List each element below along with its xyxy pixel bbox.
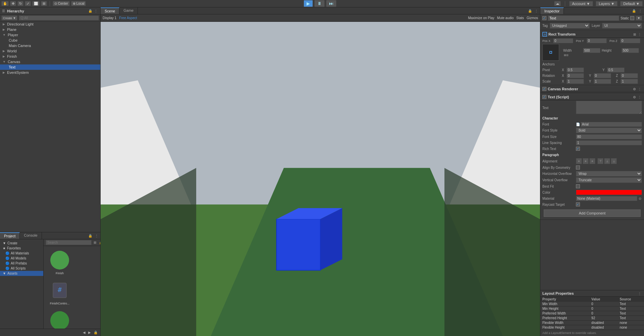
all-prefabs-item[interactable]: 🔵 All Prefabs xyxy=(0,261,43,266)
best-fit-checkbox[interactable] xyxy=(576,184,580,188)
hierarchy-lock-btn[interactable]: 🔒 xyxy=(88,9,93,13)
ts-settings-btn[interactable]: ⚙ xyxy=(632,95,637,99)
default-dropdown[interactable]: Default ▼ xyxy=(620,1,643,6)
assets-item[interactable]: ▼ Assets xyxy=(0,271,43,276)
cr-settings-btn[interactable]: ⚙ xyxy=(632,87,637,91)
assets-lock-btn[interactable]: 🔒 xyxy=(98,241,100,244)
transform-tool-btn[interactable]: ⊞ xyxy=(41,1,47,6)
align-geometry-checkbox[interactable] xyxy=(576,165,580,170)
maximize-play-label[interactable]: Maximize on Play xyxy=(468,16,494,20)
scene-view[interactable] xyxy=(101,22,540,336)
hierarchy-item[interactable]: ▼Player xyxy=(0,32,100,38)
cloud-btn[interactable]: ☁ xyxy=(554,1,561,6)
game-tab[interactable]: Game xyxy=(119,7,138,14)
font-style-select[interactable]: Bold xyxy=(576,128,642,133)
scene-tab[interactable]: Scene xyxy=(101,7,119,14)
project-menu-btn[interactable]: ⋮ xyxy=(94,234,99,238)
stats-label[interactable]: Stats xyxy=(516,16,524,20)
vert-overflow-select[interactable]: Truncate xyxy=(576,177,642,183)
layout-properties-header[interactable]: Layout Properties ⋮ xyxy=(540,290,644,297)
align-top-btn[interactable]: ⊤ xyxy=(597,158,603,164)
project-lock-btn[interactable]: 🔒 xyxy=(88,234,93,238)
hierarchy-search-input[interactable] xyxy=(19,15,99,20)
align-center-v-btn[interactable]: ⊥ xyxy=(604,158,610,164)
hierarchy-item[interactable]: Text xyxy=(0,64,100,70)
pos-y-input[interactable] xyxy=(587,38,607,43)
hierarchy-item[interactable]: ▶World xyxy=(0,48,100,54)
scale-x-input[interactable] xyxy=(567,79,584,84)
canvas-renderer-checkbox[interactable] xyxy=(542,87,546,91)
hand-tool-btn[interactable]: ✋ xyxy=(1,1,9,6)
line-spacing-input[interactable] xyxy=(576,140,642,145)
pivot-btn[interactable]: ⊙ Center xyxy=(53,1,70,6)
object-active-checkbox[interactable] xyxy=(542,16,546,20)
inspector-tab[interactable]: Inspector xyxy=(540,7,564,14)
hierarchy-menu-btn[interactable]: ⋮ xyxy=(94,9,98,13)
scene-menu-btn[interactable]: ⋮ xyxy=(534,9,539,13)
pivot-y-input[interactable] xyxy=(607,67,625,73)
assets-view-btn[interactable]: ⊞ xyxy=(93,241,97,244)
create-btn[interactable]: ▼ Create xyxy=(0,241,43,246)
ts-menu-btn[interactable]: ⋮ xyxy=(637,95,642,99)
assets-search-input[interactable] xyxy=(46,240,92,245)
align-right-btn[interactable]: ≡ xyxy=(589,158,595,164)
pos-x-input[interactable] xyxy=(553,38,573,43)
rich-text-checkbox[interactable] xyxy=(576,147,580,151)
free-aspect-label[interactable]: Free Aspect xyxy=(119,16,137,20)
material-pick-btn[interactable]: ⊙ xyxy=(638,197,642,200)
prev-btn[interactable]: ◀ xyxy=(82,331,86,334)
horiz-overflow-select[interactable]: Wrap xyxy=(576,171,642,177)
all-scripts-item[interactable]: 🔵 All Scripts xyxy=(0,266,43,271)
text-script-checkbox[interactable] xyxy=(542,95,546,99)
hierarchy-item[interactable]: ▶Directional Light xyxy=(0,21,100,27)
rt-constrain-btn[interactable]: ⊞ xyxy=(633,33,637,36)
mute-audio-label[interactable]: Mute audio xyxy=(497,16,514,20)
inspector-menu-btn[interactable]: ⋮ xyxy=(638,9,643,13)
anchor-preset-widget[interactable] xyxy=(542,44,559,61)
all-materials-item[interactable]: 🔵 All Materials xyxy=(0,251,43,256)
all-models-item[interactable]: 🔵 All Models xyxy=(0,256,43,261)
color-swatch[interactable] xyxy=(576,190,642,195)
rect-transform-header[interactable]: ⊞ Rect Transform ⊞ ⋮ xyxy=(540,31,644,38)
rotate-tool-btn[interactable]: ↻ xyxy=(17,1,23,6)
scene-lock-btn[interactable]: 🔒 xyxy=(527,9,533,13)
layers-dropdown[interactable]: Layers ▼ xyxy=(596,1,618,6)
cr-menu-btn[interactable]: ⋮ xyxy=(637,87,642,91)
scale-z-input[interactable] xyxy=(621,79,638,84)
font-input[interactable] xyxy=(581,122,642,127)
next-btn[interactable]: ▶ xyxy=(88,331,92,334)
raycast-checkbox[interactable] xyxy=(576,202,580,206)
align-left-btn[interactable]: ≡ xyxy=(576,158,582,164)
asset-item[interactable]: grass xyxy=(46,309,73,329)
space-btn[interactable]: ⊗ Local xyxy=(71,1,86,6)
lock2-btn[interactable]: 🔒 xyxy=(93,331,98,334)
static-checkbox[interactable] xyxy=(630,16,634,20)
asset-item[interactable]: Finish xyxy=(46,249,73,276)
scale-y-input[interactable] xyxy=(594,79,611,84)
align-center-h-btn[interactable]: ≡ xyxy=(583,158,589,164)
tag-select[interactable]: Untagged xyxy=(550,23,590,29)
pos-z-input[interactable] xyxy=(620,38,640,43)
pivot-x-input[interactable] xyxy=(567,67,584,73)
object-name-input[interactable] xyxy=(548,15,619,21)
rot-z-input[interactable] xyxy=(621,73,638,78)
hier-create-btn[interactable]: Create ▼ xyxy=(1,15,17,20)
favorites-item[interactable]: ★ Favorites xyxy=(0,246,43,251)
project-tab[interactable]: Project xyxy=(0,232,20,239)
static-dropdown-btn[interactable]: ▼ xyxy=(636,16,642,20)
rt-menu-btn[interactable]: ⋮ xyxy=(637,33,642,36)
text-textarea[interactable] xyxy=(576,101,642,114)
hierarchy-item[interactable]: ▼Canvas xyxy=(0,59,100,64)
hierarchy-item[interactable]: ▶Finish xyxy=(0,54,100,59)
asset-item[interactable]: # FinishContro... xyxy=(46,279,73,306)
canvas-renderer-header[interactable]: Canvas Renderer ⚙ ⋮ xyxy=(540,86,644,92)
width-input[interactable] xyxy=(583,48,600,53)
align-bottom-btn[interactable]: ⊥ xyxy=(611,158,617,164)
scale-tool-btn[interactable]: ⤢ xyxy=(25,1,31,6)
gizmos-label[interactable]: Gizmos xyxy=(527,16,538,20)
step-button[interactable]: ⏭ xyxy=(326,0,336,7)
play-button[interactable]: ▶ xyxy=(304,0,313,7)
material-input[interactable] xyxy=(576,196,637,201)
wh-constrain-btn[interactable]: ⊞⊟ xyxy=(563,54,569,57)
hierarchy-item[interactable]: Cube xyxy=(0,38,100,43)
